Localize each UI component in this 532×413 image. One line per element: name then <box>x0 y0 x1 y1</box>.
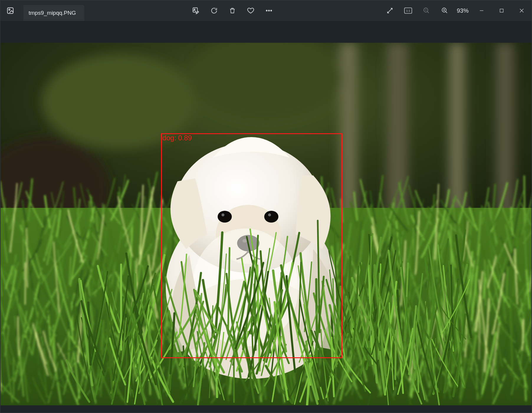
file-name: tmps9_mipqq.PNG <box>29 10 76 16</box>
favorite-button[interactable] <box>242 0 260 21</box>
svg-rect-11 <box>500 9 503 12</box>
window-controls <box>472 0 532 21</box>
minimize-button[interactable] <box>472 0 492 21</box>
svg-point-28 <box>264 211 278 223</box>
svg-point-6 <box>271 10 272 11</box>
edit-image-button[interactable] <box>187 0 205 21</box>
titlebar: tmps9_mipqq.PNG <box>0 0 532 21</box>
zoom-in-button[interactable] <box>436 0 454 21</box>
zoom-out-button[interactable] <box>417 0 436 21</box>
toolbar-center <box>187 0 278 21</box>
svg-rect-15 <box>449 43 465 214</box>
file-tab[interactable]: tmps9_mipqq.PNG <box>23 5 84 21</box>
zoom-level: 93% <box>454 7 472 14</box>
svg-rect-0 <box>7 8 13 14</box>
svg-rect-2 <box>193 8 198 12</box>
svg-point-5 <box>268 10 270 11</box>
delete-button[interactable] <box>223 0 242 21</box>
actual-size-button[interactable]: 1:1 <box>399 0 417 21</box>
maximize-button[interactable] <box>492 0 512 21</box>
image-viewport[interactable]: dog: 0.89 <box>0 21 532 413</box>
photos-app-icon <box>6 6 15 15</box>
more-button[interactable] <box>260 0 278 21</box>
svg-point-17 <box>42 55 195 149</box>
titlebar-drag-region-2[interactable] <box>278 0 381 21</box>
image-canvas: dog: 0.89 <box>1 43 531 405</box>
photos-app-window: tmps9_mipqq.PNG <box>0 0 532 413</box>
svg-point-4 <box>266 10 267 11</box>
close-button[interactable] <box>512 0 532 21</box>
svg-point-27 <box>218 211 232 223</box>
displayed-image <box>1 43 531 405</box>
toolbar-right: 1:1 93% <box>381 0 472 21</box>
titlebar-drag-region[interactable] <box>84 0 187 21</box>
svg-rect-14 <box>387 43 408 226</box>
svg-point-30 <box>268 213 271 216</box>
svg-point-29 <box>221 213 224 216</box>
fullscreen-button[interactable] <box>381 0 399 21</box>
svg-point-1 <box>9 9 10 10</box>
rotate-button[interactable] <box>205 0 223 21</box>
svg-text:1:1: 1:1 <box>406 9 410 12</box>
